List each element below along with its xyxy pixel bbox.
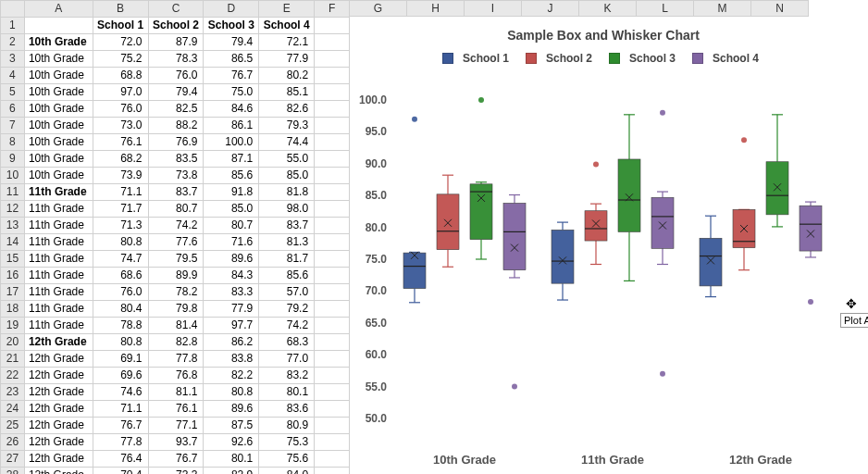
data-cell[interactable]: 77.6: [148, 234, 204, 251]
row-header-9[interactable]: 9: [1, 151, 25, 168]
data-cell[interactable]: 80.1: [204, 451, 259, 468]
spreadsheet-grid[interactable]: ABCDEF 1School 1School 2School 3School 4…: [0, 0, 350, 474]
data-cell[interactable]: 80.2: [259, 68, 315, 84]
data-cell[interactable]: 81.3: [259, 234, 315, 251]
data-cell[interactable]: 81.7: [259, 251, 315, 268]
data-cell[interactable]: 81.4: [148, 318, 204, 334]
legend-item[interactable]: School 4: [692, 52, 764, 65]
chart-legend[interactable]: School 1School 2School 3School 4: [353, 52, 853, 67]
legend-item[interactable]: School 2: [526, 52, 598, 65]
data-cell[interactable]: 68.3: [259, 334, 315, 351]
grade-cell[interactable]: 12th Grade: [24, 368, 93, 384]
data-cell[interactable]: 81.1: [148, 384, 204, 401]
row-header-14[interactable]: 14: [1, 234, 25, 251]
data-cell[interactable]: 80.4: [93, 301, 148, 318]
data-cell[interactable]: 68.8: [93, 68, 148, 84]
grade-cell[interactable]: 11th Grade: [24, 268, 93, 284]
data-cell[interactable]: 79.4: [148, 84, 204, 101]
data-cell[interactable]: 85.0: [204, 201, 259, 218]
cell[interactable]: School 1: [93, 18, 148, 34]
data-cell[interactable]: 84.0: [259, 468, 315, 475]
data-cell[interactable]: 77.1: [148, 418, 204, 434]
cell[interactable]: [24, 18, 93, 34]
data-cell[interactable]: 98.0: [259, 201, 315, 218]
column-header-J[interactable]: J: [522, 0, 579, 17]
data-cell[interactable]: 83.5: [148, 151, 204, 168]
data-cell[interactable]: 76.1: [148, 401, 204, 418]
data-cell[interactable]: 68.2: [93, 151, 148, 168]
row-header-6[interactable]: 6: [1, 101, 25, 118]
grade-cell[interactable]: 11th Grade: [24, 318, 93, 334]
data-cell[interactable]: 75.2: [93, 51, 148, 68]
data-cell[interactable]: 87.1: [204, 151, 259, 168]
data-cell[interactable]: 72.1: [259, 34, 315, 51]
column-header-N[interactable]: N: [751, 0, 809, 17]
data-cell[interactable]: 75.3: [259, 434, 315, 451]
grade-cell[interactable]: 12th Grade: [24, 384, 93, 401]
data-cell[interactable]: 77.9: [259, 51, 315, 68]
data-cell[interactable]: 74.2: [148, 218, 204, 234]
data-cell[interactable]: 97.7: [204, 318, 259, 334]
grade-cell[interactable]: 10th Grade: [24, 101, 93, 118]
grade-cell[interactable]: 12th Grade: [24, 468, 93, 475]
grade-cell[interactable]: 11th Grade: [24, 184, 93, 201]
data-cell[interactable]: 76.9: [148, 134, 204, 151]
data-cell[interactable]: 69.6: [93, 368, 148, 384]
grade-cell[interactable]: 12th Grade: [24, 351, 93, 368]
data-cell[interactable]: 97.0: [93, 84, 148, 101]
data-cell[interactable]: 76.0: [93, 101, 148, 118]
row-header-25[interactable]: 25: [1, 418, 25, 434]
data-cell[interactable]: 89.6: [204, 401, 259, 418]
data-cell[interactable]: 78.3: [148, 51, 204, 68]
grade-cell[interactable]: 10th Grade: [24, 84, 93, 101]
row-header-15[interactable]: 15: [1, 251, 25, 268]
column-header-F[interactable]: F: [315, 1, 350, 18]
grade-cell[interactable]: 11th Grade: [24, 218, 93, 234]
column-header-D[interactable]: D: [204, 1, 259, 18]
data-cell[interactable]: 86.2: [204, 334, 259, 351]
grade-cell[interactable]: 10th Grade: [24, 168, 93, 184]
data-cell[interactable]: 89.9: [148, 268, 204, 284]
row-header-3[interactable]: 3: [1, 51, 25, 68]
box-whisker-chart[interactable]: Sample Box and Whisker Chart School 1Sch…: [353, 20, 853, 470]
data-cell[interactable]: 82.2: [204, 368, 259, 384]
row-header-20[interactable]: 20: [1, 334, 25, 351]
data-cell[interactable]: 76.8: [148, 368, 204, 384]
data-cell[interactable]: 78.8: [93, 318, 148, 334]
data-cell[interactable]: 73.8: [148, 168, 204, 184]
data-cell[interactable]: 88.2: [148, 118, 204, 134]
data-cell[interactable]: 80.8: [93, 334, 148, 351]
data-cell[interactable]: 80.7: [204, 218, 259, 234]
column-header-A[interactable]: A: [24, 1, 93, 18]
grade-cell[interactable]: 11th Grade: [24, 301, 93, 318]
data-cell[interactable]: 79.4: [204, 34, 259, 51]
data-cell[interactable]: 71.1: [93, 401, 148, 418]
data-cell[interactable]: 76.1: [93, 134, 148, 151]
row-header-17[interactable]: 17: [1, 284, 25, 301]
data-cell[interactable]: 92.6: [204, 434, 259, 451]
data-cell[interactable]: 79.2: [259, 301, 315, 318]
data-cell[interactable]: 80.9: [259, 418, 315, 434]
grade-cell[interactable]: 10th Grade: [24, 68, 93, 84]
data-cell[interactable]: 85.6: [204, 168, 259, 184]
grade-cell[interactable]: 11th Grade: [24, 201, 93, 218]
grade-cell[interactable]: 12th Grade: [24, 434, 93, 451]
row-header-23[interactable]: 23: [1, 384, 25, 401]
data-cell[interactable]: 85.1: [259, 84, 315, 101]
grade-cell[interactable]: 10th Grade: [24, 51, 93, 68]
data-cell[interactable]: 82.6: [259, 101, 315, 118]
data-cell[interactable]: 86.1: [204, 118, 259, 134]
data-cell[interactable]: 87.5: [204, 418, 259, 434]
data-cell[interactable]: 77.0: [259, 351, 315, 368]
data-cell[interactable]: 73.3: [148, 468, 204, 475]
grade-cell[interactable]: 12th Grade: [24, 401, 93, 418]
data-cell[interactable]: 71.3: [93, 218, 148, 234]
data-cell[interactable]: 73.9: [93, 168, 148, 184]
data-cell[interactable]: 75.6: [259, 451, 315, 468]
column-header-B[interactable]: B: [93, 1, 148, 18]
data-cell[interactable]: 73.0: [93, 118, 148, 134]
data-cell[interactable]: 83.8: [204, 351, 259, 368]
data-cell[interactable]: 71.7: [93, 201, 148, 218]
data-cell[interactable]: 80.1: [259, 384, 315, 401]
data-cell[interactable]: 83.7: [148, 184, 204, 201]
